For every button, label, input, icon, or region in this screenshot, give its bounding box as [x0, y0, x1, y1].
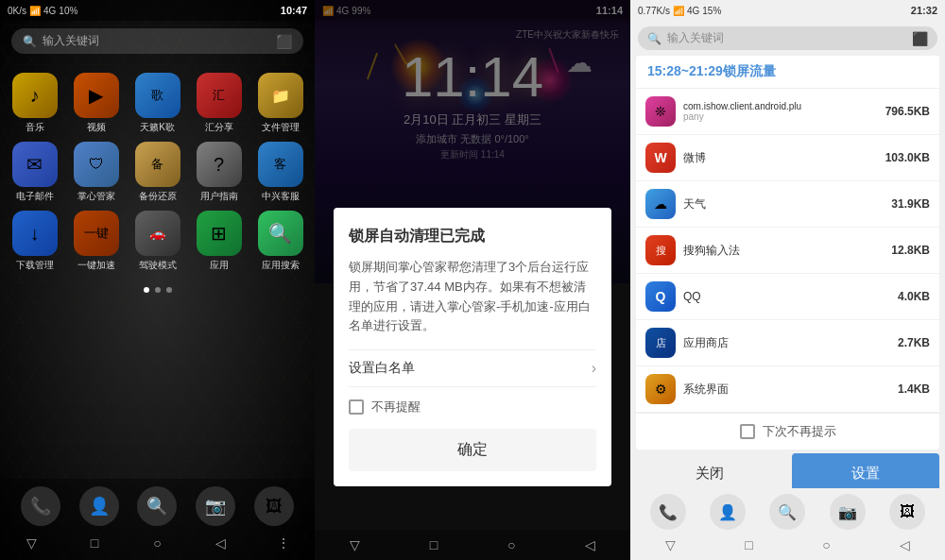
- app-sysui-size: 1.4KB: [898, 382, 930, 396]
- p3-signal: 📶: [673, 6, 684, 16]
- bottom-dock: 📞 👤 🔍 📷 🖼 ▽ □ ○ ◁ ⋮: [0, 479, 315, 560]
- nav-circle[interactable]: ○: [143, 534, 171, 552]
- app-ishow-name: com.ishow.client.android.plu: [683, 101, 878, 111]
- p3-nav-dropdown[interactable]: ▽: [665, 537, 676, 552]
- dialog-content: 锁屏期间掌心管家帮您清理了3个后台运行应用，节省了37.44 MB内存。如果有不…: [349, 258, 596, 336]
- cleanup-dialog: 锁屏自动清理已完成 锁屏期间掌心管家帮您清理了3个后台运行应用，节省了37.44…: [334, 208, 611, 486]
- app-weather-icon: ☁: [645, 189, 676, 219]
- app-download[interactable]: ↓ 下载管理: [8, 211, 61, 272]
- p2-nav-circle[interactable]: ○: [507, 537, 515, 552]
- p3-nav-back[interactable]: ◁: [900, 537, 910, 552]
- home-search-bar[interactable]: 🔍 输入关键词 ⬛: [11, 28, 303, 54]
- app-apps-label: 应用: [210, 259, 229, 272]
- p3-nav-square[interactable]: □: [745, 537, 752, 552]
- arrow-icon: ›: [592, 360, 596, 377]
- p3-search-icon: 🔍: [647, 32, 662, 45]
- app-tianque-label: 天籁K歌: [140, 121, 175, 134]
- dock-contacts[interactable]: 👤: [79, 486, 119, 526]
- app-drive-icon: 🚗: [135, 211, 180, 256]
- p3-dock-browser[interactable]: 🔍: [769, 494, 805, 530]
- dot-1: [144, 287, 149, 293]
- traffic-content: 15:28~21:29锁屏流量 ❊ com.ishow.client.andro…: [636, 56, 939, 450]
- status-bar-traffic: 0.77K/s 📶 4G 15% 21:32: [630, 0, 945, 21]
- app-ishow-sub: pany: [683, 111, 878, 122]
- app-apps[interactable]: ⊞ 应用: [192, 211, 246, 272]
- no-remind-row: 不再提醒: [349, 399, 596, 416]
- app-zte-icon: 客: [258, 142, 303, 187]
- app-appstore-info: 应用商店: [683, 335, 890, 351]
- app-appsearch-icon: 🔍: [258, 211, 303, 256]
- app-appstore-icon: 店: [645, 328, 676, 358]
- app-drive[interactable]: 🚗 驾驶模式: [130, 211, 184, 272]
- p3-dock-contacts[interactable]: 👤: [710, 494, 746, 530]
- confirm-button[interactable]: 确定: [349, 429, 596, 471]
- no-remind-checkbox[interactable]: [349, 399, 364, 415]
- p3-speed: 0.77K/s: [638, 6, 670, 16]
- app-boost-label: 一键加速: [77, 259, 115, 272]
- dock-phone[interactable]: 📞: [21, 486, 60, 526]
- dock-gallery[interactable]: 🖼: [254, 486, 294, 526]
- reminder-row: 下次不再提示: [636, 413, 939, 450]
- app-weibo-size: 103.0KB: [885, 151, 930, 164]
- p3-battery: 15%: [702, 6, 721, 16]
- nav-bar-traffic: ▽ □ ○ ◁: [630, 534, 945, 556]
- app-zte[interactable]: 客 中兴客服: [253, 142, 307, 203]
- app-music-label: 音乐: [26, 121, 44, 134]
- app-weather-name: 天气: [683, 196, 884, 212]
- p3-nav-circle[interactable]: ○: [822, 537, 830, 552]
- p3-4g: 4G: [687, 6, 699, 16]
- p2-nav-back[interactable]: ◁: [585, 537, 595, 552]
- p3-search-placeholder: 输入关键词: [667, 30, 906, 46]
- dock-browser[interactable]: 🔍: [137, 486, 177, 526]
- search-placeholder: 输入关键词: [43, 33, 270, 49]
- list-item: 搜 搜狗输入法 12.8KB: [636, 228, 939, 274]
- app-guide[interactable]: ? 用户指南: [192, 142, 246, 203]
- app-music[interactable]: ♪ 音乐: [8, 73, 61, 134]
- app-weibo-info: 微博: [683, 150, 878, 166]
- app-video[interactable]: ▶ 视频: [69, 73, 123, 134]
- nav-square[interactable]: □: [80, 534, 109, 552]
- dialog-title: 锁屏自动清理已完成: [349, 227, 596, 246]
- app-sogou-info: 搜狗输入法: [683, 243, 884, 259]
- dock-camera[interactable]: 📷: [196, 486, 235, 526]
- list-item: ☁ 天气 31.9KB: [636, 181, 939, 228]
- wifi-icon: 📶: [29, 6, 41, 16]
- app-video-label: 视频: [87, 121, 106, 134]
- app-qq-size: 4.0KB: [898, 290, 930, 303]
- nav-dropdown[interactable]: ▽: [17, 534, 45, 552]
- traffic-header: 15:28~21:29锁屏流量: [636, 56, 939, 89]
- app-share[interactable]: 汇 汇分享: [192, 73, 246, 134]
- p3-dock-gallery[interactable]: 🖼: [889, 494, 925, 530]
- network-speed: 0K/s: [8, 6, 26, 16]
- app-music-icon: ♪: [12, 73, 58, 118]
- app-files[interactable]: 📁 文件管理: [253, 73, 307, 134]
- app-backup[interactable]: 备 备份还原: [130, 142, 184, 203]
- p3-dock-camera[interactable]: 📷: [830, 494, 866, 530]
- app-appstore-size: 2.7KB: [898, 336, 930, 349]
- p3-dock-phone[interactable]: 📞: [650, 494, 686, 530]
- panel-home: 0K/s 📶 4G 10% 10:47 🔍 输入关键词 ⬛ ♪ 音乐 ▶ 视频 …: [0, 0, 315, 560]
- list-item: 店 应用商店 2.7KB: [636, 320, 939, 366]
- app-backup-icon: 备: [135, 142, 180, 187]
- nav-back[interactable]: ◁: [206, 534, 234, 552]
- app-tianque[interactable]: 歌 天籁K歌: [130, 73, 184, 134]
- app-boost[interactable]: 一键 一键加速: [69, 211, 123, 272]
- app-qq-icon: Q: [645, 281, 676, 312]
- app-video-icon: ▶: [74, 73, 119, 118]
- p3-status-right: 21:32: [911, 5, 937, 16]
- nav-menu[interactable]: ⋮: [269, 534, 298, 552]
- dock-icons: 📞 👤 🔍 📷 🖼: [0, 486, 315, 530]
- traffic-search-bar[interactable]: 🔍 输入关键词 ⬛: [638, 26, 937, 50]
- p2-nav-dropdown[interactable]: ▽: [350, 537, 360, 552]
- app-weather-info: 天气: [683, 196, 884, 212]
- app-drive-label: 驾驶模式: [139, 259, 177, 272]
- app-guardian[interactable]: 🛡 掌心管家: [69, 142, 123, 203]
- app-sysui-name: 系统界面: [683, 382, 890, 398]
- p2-nav-square[interactable]: □: [430, 537, 438, 552]
- whitelist-link[interactable]: 设置白名单 ›: [349, 349, 596, 387]
- dot-3: [166, 287, 172, 293]
- reminder-checkbox[interactable]: [740, 424, 755, 439]
- list-item: W 微博 103.0KB: [636, 135, 939, 181]
- app-appsearch[interactable]: 🔍 应用搜索: [253, 211, 307, 272]
- app-email[interactable]: ✉ 电子邮件: [8, 142, 61, 203]
